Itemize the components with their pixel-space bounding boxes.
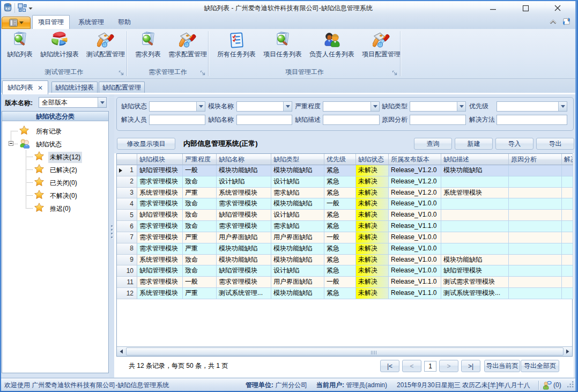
grid-cell — [509, 243, 562, 255]
close-button[interactable] — [550, 2, 566, 14]
ribbon-button-缺陷统计报表[interactable]: 缺陷统计报表 — [36, 31, 83, 58]
ribbon-tab-1[interactable]: 项目管理 — [32, 15, 70, 29]
grid-column-header-indicator[interactable] — [117, 154, 137, 165]
filter-input-缺陷描述[interactable] — [323, 115, 380, 125]
dialog-launcher-icon[interactable] — [392, 70, 398, 76]
version-combo[interactable]: 全部版本 — [39, 97, 107, 108]
grid-column-header-缺陷模块[interactable]: 缺陷模块 — [137, 154, 183, 165]
combo-dropdown-icon[interactable] — [457, 102, 465, 111]
ribbon-button-项目任务列表[interactable]: 项目任务列表 — [260, 31, 306, 58]
toolbar-button-新建[interactable]: 新建 — [455, 138, 493, 150]
filter-combo-严重程度[interactable] — [323, 101, 380, 112]
document-tab-strip: 缺陷列表✕缺陷统计报表缺陷配置管理 — [1, 79, 575, 94]
help-sync-icon[interactable] — [562, 17, 571, 27]
first-page-button[interactable]: |< — [380, 360, 399, 372]
maximize-button[interactable] — [517, 2, 533, 14]
ribbon-button-所有任务列表[interactable]: 所有任务列表 — [213, 31, 260, 58]
page-number-input[interactable] — [424, 361, 436, 372]
grid-cell: 未解决 — [356, 176, 389, 188]
application-menu-button[interactable] — [2, 17, 31, 29]
tab-close-icon[interactable]: ✕ — [38, 84, 43, 92]
ribbon-button-负责人任务列表[interactable]: 负责人任务列表 — [306, 31, 358, 58]
grid-cell — [441, 176, 509, 188]
grid-row-4[interactable]: 4需求管理模块致命需求管理模块模块功能缺陷一般未解决Release_V1.0.0 — [117, 198, 572, 210]
filter-input-原因分析[interactable] — [410, 115, 466, 125]
combo-dropdown-icon[interactable] — [558, 102, 567, 111]
ribbon-tab-3[interactable]: 帮助 — [112, 15, 137, 29]
dialog-launcher-icon[interactable] — [200, 70, 206, 76]
dialog-launcher-icon[interactable] — [118, 70, 124, 76]
version-combo-button[interactable] — [98, 98, 106, 107]
title-bar: 缺陷列表 - 广州爱奇迪软件科技有限公司-缺陷信息管理系统 — [1, 1, 575, 15]
resize-grip[interactable] — [567, 381, 574, 389]
filter-combo-缺陷类型[interactable] — [410, 101, 466, 112]
ribbon-tab-2[interactable]: 系统管理 — [74, 15, 108, 29]
last-page-button[interactable]: >| — [461, 360, 480, 372]
grid-column-header-原因分析[interactable]: 原因分析 — [509, 154, 562, 165]
combo-dropdown-icon[interactable] — [370, 102, 379, 111]
export-current-page-button[interactable]: 导出当前页 — [484, 360, 520, 372]
collapse-ribbon-icon[interactable] — [550, 18, 557, 26]
grid-column-header-解决方法[interactable]: 解决方法 — [562, 154, 573, 165]
grid-row-1[interactable]: 1缺陷管理模块一般模块功能缺陷模块功能缺陷紧急未解决Release_V1.2.0… — [117, 165, 572, 176]
panel-splitter[interactable] — [109, 94, 114, 379]
filter-combo-优先级[interactable] — [497, 101, 567, 112]
tree-item-缺陷状态[interactable]: 缺陷状态 — [2, 137, 108, 150]
grid-row-2[interactable]: 2需求管理模块致命设计缺陷设计缺陷紧急未解决Release_V1.2.0 — [117, 176, 572, 188]
scrollbar-thumb[interactable] — [126, 347, 564, 356]
grid-row-11[interactable]: 11需求管理模块一般需求管理模块用户界面缺陷一般未解决Release_V1.1.… — [117, 277, 572, 288]
doc-tab-3[interactable]: 缺陷配置管理 — [99, 82, 145, 93]
ribbon-button-测试配置管理[interactable]: 测试配置管理 — [83, 31, 129, 58]
tree-item-推迟(0)[interactable]: 推迟(0) — [2, 202, 108, 215]
next-page-button[interactable]: > — [439, 360, 458, 372]
tree-item-已关闭(0)[interactable]: 已关闭(0) — [2, 176, 108, 189]
grid-row-7[interactable]: 7需求管理模块严重用户界面缺陷用户界面缺陷一般未解决Release_V1.0.0 — [117, 232, 572, 243]
filter-combo-模块名称[interactable] — [236, 101, 292, 112]
toolbar-button-导入[interactable]: 导入 — [495, 138, 533, 150]
combo-dropdown-icon[interactable] — [196, 102, 205, 111]
grid-cell — [441, 243, 509, 255]
ribbon-button-需求列表[interactable]: 需求列表 — [131, 31, 165, 58]
tree-item-未解决(12)[interactable]: 未解决(12) — [2, 150, 108, 163]
grid-column-header-所属发布版本[interactable]: 所属发布版本 — [389, 154, 441, 165]
grid-cell: 设计缺陷 — [271, 210, 324, 221]
grid-row-6[interactable]: 6需求管理模块致命需求管理模块需求缺陷紧急未解决Release_V1.1.0 — [117, 221, 572, 232]
grid-column-header-缺陷名称[interactable]: 缺陷名称 — [217, 154, 271, 165]
grid-column-header-缺陷状态[interactable]: 缺陷状态 — [356, 154, 389, 165]
minimize-button[interactable] — [485, 2, 501, 14]
tree-item-已解决(2)[interactable]: 已解决(2) — [2, 163, 108, 176]
prev-page-button[interactable]: < — [402, 360, 421, 372]
tree-item-不解决(0)[interactable]: 不解决(0) — [2, 189, 108, 202]
export-all-pages-button[interactable]: 导出全部页 — [521, 360, 559, 372]
toolbar-button-查询[interactable]: 查询 — [414, 138, 452, 150]
version-combo-value: 全部版本 — [39, 98, 98, 107]
grid-horizontal-scrollbar[interactable] — [117, 346, 572, 356]
filter-input-解决方法[interactable] — [497, 115, 567, 125]
grid-row-12[interactable]: 12系统管理模块严重测试系统管理...模块功能缺陷紧急未解决Release_V1… — [117, 288, 572, 299]
ribbon-button-项目配置管理[interactable]: 项目配置管理 — [358, 31, 404, 58]
ribbon-button-缺陷列表[interactable]: 缺陷列表 — [3, 31, 36, 58]
filter-combo-缺陷状态[interactable] — [149, 101, 205, 112]
combo-dropdown-icon[interactable] — [283, 102, 292, 111]
grid-row-9[interactable]: 9系统管理模块致命模块功能缺陷模块功能缺陷紧急未解决Release_V1.0.0… — [117, 255, 572, 266]
modify-display-items-button[interactable]: 修改显示项目 — [117, 138, 175, 150]
doc-tab-1[interactable]: 缺陷列表✕ — [2, 80, 48, 94]
grid-column-header-缺陷描述[interactable]: 缺陷描述 — [441, 154, 509, 165]
grid-cell: 系统管理模块 — [137, 255, 183, 266]
tree-item-所有记录[interactable]: 所有记录 — [2, 124, 108, 137]
filter-input-缺陷名称[interactable] — [236, 115, 292, 125]
scroll-left-icon[interactable] — [117, 347, 125, 357]
grid-column-header-严重程度[interactable]: 严重程度 — [183, 154, 217, 165]
toolbar-button-导出[interactable]: 导出 — [536, 138, 574, 150]
grid-row-8[interactable]: 8需求管理模块严重模块功能缺陷模块功能缺陷紧急未解决Release_V1.0.0 — [117, 243, 572, 255]
grid-row-5[interactable]: 5缺陷管理模块致命缺陷管理模块设计缺陷紧急未解决Release_V1.0.0 — [117, 210, 572, 221]
grid-row-10[interactable]: 10缺陷管理模块致命缺陷管理模块设计缺陷紧急未解决Release_V1.0.0缺… — [117, 265, 572, 277]
grid-column-header-缺陷类型[interactable]: 缺陷类型 — [271, 154, 324, 165]
doc-tab-2[interactable]: 缺陷统计报表 — [51, 82, 98, 93]
grid-row-3[interactable]: 3系统管理模块严重系统管理模块需求缺陷紧急未解决Release_V1.2.0系统… — [117, 188, 572, 199]
user-message-icon[interactable] — [543, 381, 552, 392]
ribbon-button-需求配置管理[interactable]: 需求配置管理 — [165, 31, 211, 58]
filter-input-解决人员[interactable] — [149, 115, 205, 125]
scroll-right-icon[interactable] — [564, 347, 572, 357]
grid-column-header-优先级[interactable]: 优先级 — [324, 154, 356, 165]
